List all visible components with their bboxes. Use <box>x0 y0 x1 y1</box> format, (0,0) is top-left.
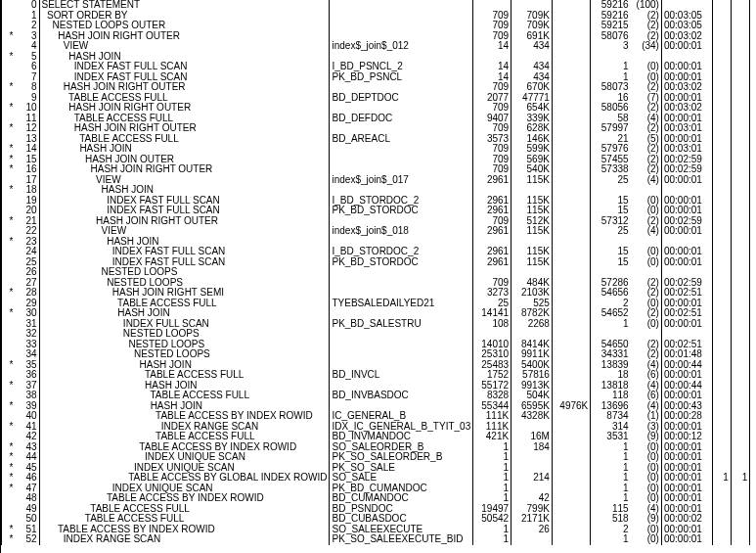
object-name: IC_GENERAL_B <box>330 411 473 422</box>
object-name <box>330 0 473 11</box>
pstart <box>712 52 731 63</box>
pstop <box>731 247 749 257</box>
pstart <box>712 175 731 186</box>
rows: 1 <box>473 452 511 463</box>
object-name <box>330 21 473 31</box>
cost: 1 <box>591 473 631 484</box>
pstart <box>712 278 731 289</box>
time: 00:03:01 <box>661 144 712 155</box>
operation: TABLE ACCESS FULL <box>39 370 330 381</box>
pstart <box>712 452 731 463</box>
time: 00:00:01 <box>661 391 712 401</box>
temp <box>552 114 590 124</box>
cpu-pct: (2) <box>631 164 662 175</box>
cost <box>591 267 631 278</box>
object-name: BD_CUBASDOC <box>330 514 473 525</box>
row-end <box>750 82 756 93</box>
rows: 2961 <box>473 226 511 237</box>
operation: TABLE ACCESS BY INDEX ROWID <box>39 493 330 504</box>
pstart <box>712 21 731 31</box>
cpu-pct: (2) <box>631 144 662 155</box>
cost: 1 <box>591 62 631 72</box>
time: 00:00:02 <box>661 514 712 525</box>
row-id: 26 <box>15 267 39 278</box>
pstop <box>731 21 749 31</box>
cpu-pct: (0) <box>631 247 662 257</box>
bytes: 26 <box>511 525 553 535</box>
object-name <box>330 103 473 114</box>
bytes: 670K <box>511 82 553 93</box>
time: 00:03:05 <box>661 21 712 31</box>
rows: 14141 <box>473 308 511 319</box>
row-end <box>750 21 756 31</box>
temp <box>552 360 590 371</box>
plan-row: 32 NESTED LOOPS <box>2 329 757 340</box>
pstart <box>712 484 731 494</box>
cost: 1 <box>591 493 631 504</box>
bytes: 540K <box>511 164 553 175</box>
cpu-pct: (6) <box>631 391 662 401</box>
pstop <box>731 534 749 545</box>
rows: 2961 <box>473 175 511 186</box>
temp <box>552 144 590 155</box>
row-marker <box>2 411 16 422</box>
bytes <box>511 267 553 278</box>
row-id: 22 <box>15 226 39 237</box>
row-id: 14 <box>15 144 39 155</box>
temp <box>552 237 590 248</box>
cpu-pct: (4) <box>631 175 662 186</box>
rows: 2961 <box>473 257 511 268</box>
pstart <box>712 442 731 453</box>
row-marker <box>2 0 16 11</box>
cost: 58073 <box>591 82 631 93</box>
operation: NESTED LOOPS <box>39 329 330 340</box>
pstart <box>712 504 731 515</box>
temp <box>552 216 590 227</box>
cpu-pct <box>631 267 662 278</box>
cost: 34331 <box>591 349 631 360</box>
pstop <box>731 134 749 145</box>
time: 00:01:48 <box>661 349 712 360</box>
object-name <box>330 144 473 155</box>
bytes: 115K <box>511 206 553 216</box>
row-marker <box>2 349 16 360</box>
pstop <box>731 93 749 104</box>
rows: 2961 <box>473 206 511 216</box>
row-end <box>750 452 756 463</box>
temp <box>552 288 590 299</box>
object-name <box>330 185 473 196</box>
pstop <box>731 0 749 11</box>
plan-row: 36 TABLE ACCESS FULLBD_INVCL17525781618(… <box>2 370 757 381</box>
pstart <box>712 247 731 257</box>
bytes: 4328K <box>511 411 553 422</box>
pstart <box>712 525 731 535</box>
temp <box>552 206 590 216</box>
row-end <box>750 62 756 72</box>
row-end <box>750 534 756 545</box>
pstop <box>731 381 749 392</box>
temp <box>552 267 590 278</box>
bytes: 434 <box>511 41 553 52</box>
cost: 15 <box>591 257 631 268</box>
pstop <box>731 422 749 433</box>
pstop <box>731 340 749 350</box>
pstop <box>731 278 749 289</box>
plan-row: 26 NESTED LOOPS <box>2 267 757 278</box>
row-marker: * <box>2 452 16 463</box>
pstop <box>731 123 749 134</box>
time: 00:00:01 <box>661 452 712 463</box>
temp <box>552 103 590 114</box>
cost: 15 <box>591 247 631 257</box>
row-marker: * <box>2 473 16 484</box>
object-name: BD_INVCL <box>330 370 473 381</box>
row-end <box>750 164 756 175</box>
object-name: PK_SO_SALEEXECUTE_BID <box>330 534 473 545</box>
rows: 1 <box>473 493 511 504</box>
row-end <box>750 411 756 422</box>
pstop: 1 <box>731 473 749 484</box>
pstop <box>731 216 749 227</box>
row-end <box>750 288 756 299</box>
plan-row: *52 INDEX RANGE SCANPK_SO_SALEEXECUTE_BI… <box>2 534 757 545</box>
row-marker <box>2 62 16 72</box>
pstart <box>712 72 731 83</box>
